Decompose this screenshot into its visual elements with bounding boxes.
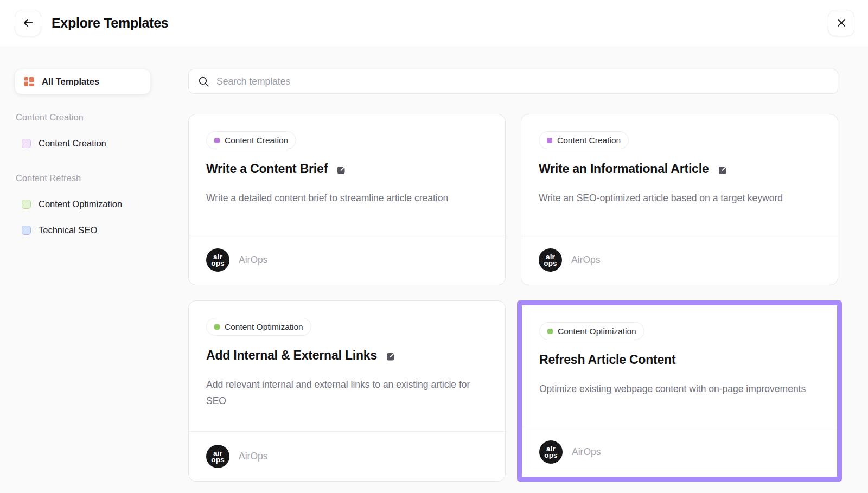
category-badge: Content Optimization: [539, 322, 644, 340]
sidebar-item-label: Technical SEO: [39, 225, 97, 235]
external-link-icon[interactable]: [386, 351, 396, 361]
sidebar: All Templates Content Creation Content C…: [15, 69, 151, 493]
category-badge-label: Content Creation: [557, 136, 621, 145]
sidebar-item-label: Content Optimization: [39, 199, 122, 209]
modal-content: All Templates Content Creation Content C…: [0, 46, 868, 493]
category-dot-icon: [214, 324, 220, 330]
category-swatch-icon: [22, 226, 31, 235]
card-footer: airops AirOps: [189, 235, 505, 285]
template-title: Refresh Article Content: [539, 353, 675, 367]
category-badge-label: Content Creation: [225, 136, 288, 145]
grid-dashboard-icon: [24, 76, 34, 87]
category-dot-icon: [547, 138, 552, 143]
template-title: Write an Informational Article: [539, 162, 709, 176]
highlight-border: Content Optimization Refresh Article Con…: [517, 300, 842, 482]
external-link-icon[interactable]: [337, 164, 347, 174]
category-badge-label: Content Optimization: [225, 322, 303, 332]
card-footer: airops AirOps: [189, 431, 505, 481]
template-title: Write a Content Brief: [206, 162, 328, 176]
sidebar-item-content-optimization[interactable]: Content Optimization: [15, 199, 151, 209]
card-footer: airops AirOps: [521, 235, 838, 285]
category-badge-label: Content Optimization: [558, 326, 636, 336]
template-description: Write a detailed content brief to stream…: [206, 190, 477, 206]
external-link-icon[interactable]: [718, 164, 728, 174]
page-title: Explore Templates: [52, 15, 168, 31]
back-button[interactable]: [15, 10, 41, 36]
sidebar-item-all-templates[interactable]: All Templates: [15, 69, 151, 94]
category-dot-icon: [547, 329, 553, 334]
airops-logo-icon: airops: [539, 440, 563, 464]
close-icon: [836, 17, 847, 28]
template-description: Add relevant internal and external links…: [206, 376, 477, 409]
sidebar-section-content-creation: Content Creation: [16, 112, 151, 123]
search-icon: [198, 76, 209, 87]
airops-logo-icon: airops: [539, 248, 562, 272]
card-footer: airops AirOps: [522, 427, 837, 477]
publisher-name: AirOps: [239, 451, 267, 462]
template-title: Add Internal & External Links: [206, 348, 377, 363]
template-description: Optimize existing webpage content with o…: [539, 381, 810, 397]
search-bar: [188, 69, 838, 94]
sidebar-section-content-refresh: Content Refresh: [16, 173, 151, 183]
category-swatch-icon: [22, 139, 31, 148]
template-grid: Content Creation Write a Content Brief: [188, 114, 838, 482]
arrow-left-icon: [22, 16, 35, 29]
sidebar-item-technical-seo[interactable]: Technical SEO: [15, 225, 151, 235]
publisher-name: AirOps: [572, 446, 601, 458]
category-badge: Content Creation: [539, 131, 629, 149]
search-input[interactable]: [216, 76, 828, 87]
template-card-write-a-content-brief[interactable]: Content Creation Write a Content Brief: [188, 114, 506, 285]
template-card-write-an-informational-article[interactable]: Content Creation Write an Informational …: [521, 114, 838, 285]
template-description: Write an SEO-optimized article based on …: [539, 190, 810, 206]
modal-header: Explore Templates: [0, 0, 868, 46]
sidebar-item-content-creation[interactable]: Content Creation: [15, 138, 151, 149]
template-card-refresh-article-content[interactable]: Content Optimization Refresh Article Con…: [522, 305, 837, 477]
publisher-name: AirOps: [571, 254, 600, 266]
category-badge: Content Optimization: [206, 318, 311, 336]
airops-logo-icon: airops: [206, 445, 229, 468]
category-swatch-icon: [22, 200, 31, 209]
close-button[interactable]: [828, 10, 854, 36]
category-dot-icon: [214, 138, 220, 143]
airops-logo-icon: airops: [206, 248, 229, 272]
template-card-add-internal-external-links[interactable]: Content Optimization Add Internal & Exte…: [188, 300, 506, 482]
publisher-name: AirOps: [239, 254, 267, 266]
templates-main: Content Creation Write a Content Brief: [188, 69, 838, 493]
explore-templates-modal: Explore Templates: [0, 0, 868, 493]
sidebar-item-label: All Templates: [42, 76, 99, 87]
category-badge: Content Creation: [206, 131, 296, 149]
sidebar-item-label: Content Creation: [39, 138, 106, 149]
